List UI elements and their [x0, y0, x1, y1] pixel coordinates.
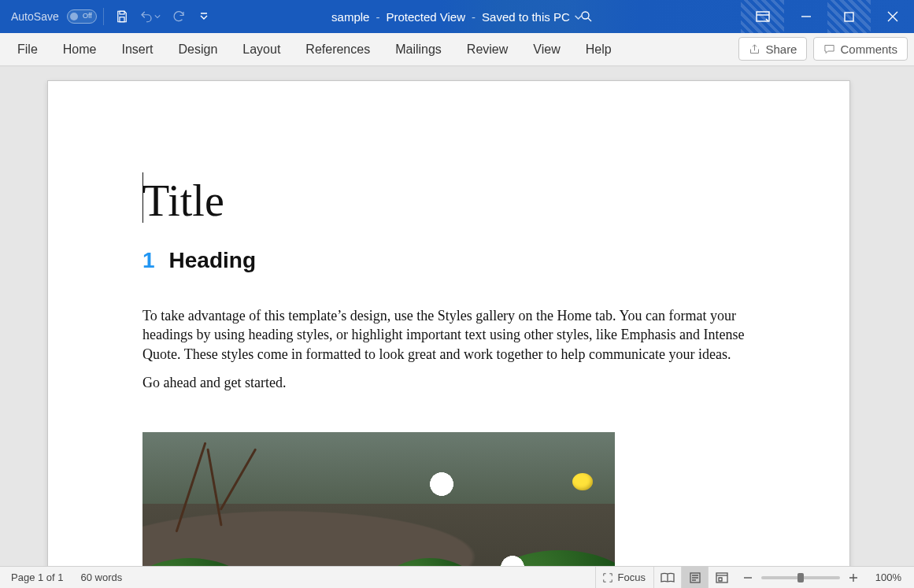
search-icon — [579, 9, 594, 24]
document-title[interactable]: Title — [142, 176, 755, 226]
ribbon-display-options-button[interactable] — [741, 0, 784, 33]
focus-icon — [602, 572, 613, 583]
autosave-label: AutoSave — [11, 10, 59, 23]
body-paragraph-1[interactable]: To take advantage of this template’s des… — [142, 306, 755, 364]
document-title-text: Title — [142, 176, 224, 225]
tab-mailings[interactable]: Mailings — [383, 33, 454, 66]
svg-rect-0 — [120, 11, 124, 14]
close-button[interactable] — [871, 0, 914, 33]
tab-help[interactable]: Help — [573, 33, 624, 66]
customize-qat-button[interactable] — [195, 4, 213, 29]
tab-file[interactable]: File — [6, 33, 50, 66]
autosave-toggle[interactable]: Off — [67, 9, 97, 24]
document-canvas[interactable]: Title 1 Heading To take advantage of thi… — [0, 66, 914, 566]
tab-view[interactable]: View — [520, 33, 572, 66]
divider — [103, 8, 104, 25]
zoom-in-button[interactable] — [846, 571, 860, 585]
focus-mode-button[interactable]: Focus — [595, 567, 654, 589]
undo-icon — [139, 9, 154, 24]
heading-text: Heading — [169, 248, 256, 273]
document-name: sample — [331, 10, 369, 24]
comments-label: Comments — [840, 43, 897, 56]
tab-layout[interactable]: Layout — [230, 33, 293, 66]
focus-label: Focus — [618, 571, 646, 583]
redo-button[interactable] — [167, 4, 191, 29]
tab-home[interactable]: Home — [50, 33, 109, 66]
heading-row[interactable]: 1 Heading — [142, 248, 755, 273]
window-title: sample - Protected View - Saved to this … — [331, 10, 583, 24]
document-image[interactable] — [142, 432, 615, 566]
protected-view-label: Protected View — [386, 10, 465, 24]
chevron-down-icon — [199, 12, 209, 21]
undo-button[interactable] — [139, 4, 162, 29]
plus-icon — [849, 573, 858, 582]
autosave-state: Off — [83, 12, 92, 20]
print-layout-button[interactable] — [681, 567, 708, 589]
status-bar: Page 1 of 1 60 words Focus — [0, 566, 914, 588]
comments-button[interactable]: Comments — [813, 37, 908, 61]
title-separator: - — [376, 10, 379, 24]
ribbon-right-group: Share Comments — [738, 37, 908, 61]
tab-references[interactable]: References — [293, 33, 383, 66]
save-button[interactable] — [110, 4, 134, 29]
zoom-out-button[interactable] — [741, 571, 755, 585]
share-button[interactable]: Share — [738, 37, 807, 61]
minus-icon — [743, 573, 753, 582]
read-mode-icon — [661, 572, 675, 583]
text-cursor — [142, 172, 143, 223]
page-info[interactable]: Page 1 of 1 — [11, 571, 64, 583]
ribbon-display-icon — [756, 11, 770, 22]
svg-rect-1 — [120, 17, 124, 22]
toggle-knob — [70, 13, 78, 20]
svg-rect-4 — [845, 13, 853, 21]
svg-point-2 — [582, 12, 589, 19]
close-icon — [887, 11, 898, 22]
redo-icon — [172, 9, 186, 24]
share-icon — [749, 43, 760, 55]
ribbon-tabs: File Home Insert Design Layout Reference… — [0, 33, 914, 66]
title-separator: - — [472, 10, 476, 24]
tab-insert[interactable]: Insert — [109, 33, 165, 66]
zoom-slider[interactable] — [761, 576, 840, 579]
search-button[interactable] — [563, 5, 610, 28]
quick-access-toolbar: AutoSave Off — [0, 4, 213, 29]
share-label: Share — [765, 43, 797, 56]
tab-design[interactable]: Design — [165, 33, 230, 66]
minimize-button[interactable] — [784, 0, 827, 33]
tab-review[interactable]: Review — [454, 33, 520, 66]
document-page[interactable]: Title 1 Heading To take advantage of thi… — [47, 80, 850, 566]
zoom-percent[interactable]: 100% — [867, 571, 901, 583]
read-mode-button[interactable] — [654, 567, 681, 589]
comment-icon — [823, 43, 835, 55]
maximize-icon — [844, 12, 854, 22]
titlebar: AutoSave Off sample - Protected View - S… — [0, 0, 914, 33]
web-layout-icon — [716, 572, 728, 583]
zoom-controls: 100% — [735, 571, 906, 585]
save-icon — [115, 9, 129, 24]
web-layout-button[interactable] — [708, 567, 735, 589]
status-left-group: Page 1 of 1 60 words — [0, 571, 122, 583]
saved-state-label: Saved to this PC — [482, 10, 570, 24]
status-right-group: Focus 100% — [595, 567, 906, 589]
word-count[interactable]: 60 words — [81, 571, 123, 583]
maximize-button[interactable] — [827, 0, 871, 33]
window-controls — [741, 0, 914, 33]
print-layout-icon — [689, 572, 701, 583]
body-paragraph-2[interactable]: Go ahead and get started. — [142, 375, 755, 391]
zoom-slider-thumb[interactable] — [797, 573, 804, 582]
heading-number: 1 — [142, 248, 155, 273]
minimize-icon — [801, 11, 812, 22]
